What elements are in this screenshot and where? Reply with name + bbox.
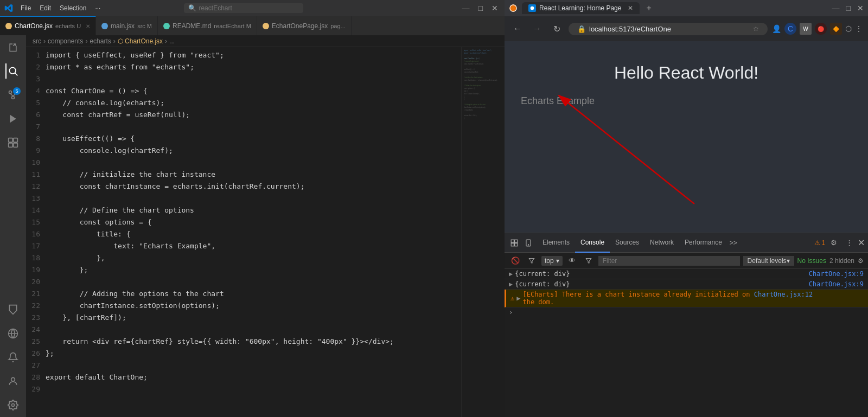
activitybar-git[interactable]: 5 <box>5 87 21 102</box>
activitybar-account[interactable] <box>5 374 21 389</box>
browser-main: Hello React World! Echarts Example <box>505 41 868 417</box>
activitybar-settings[interactable] <box>5 397 21 413</box>
extension-icon4[interactable]: 🔶 <box>830 23 842 35</box>
maximize-btn[interactable]: □ <box>476 4 485 12</box>
devtools-tab-network[interactable]: Network <box>644 233 679 253</box>
code-line-5: // console.log(echarts); <box>46 97 461 109</box>
console-row-2: ▶ {current: div} ChartOne.jsx:9 <box>505 279 868 290</box>
browser-minimize[interactable]: — <box>832 4 840 12</box>
code-line-20 <box>46 276 461 288</box>
code-line-23: }, [chartRef]); <box>46 312 461 324</box>
level-select[interactable]: Default levels▾ <box>743 256 794 266</box>
code-line-7 <box>46 121 461 133</box>
expand-btn-1[interactable]: ▶ <box>509 270 513 278</box>
activitybar-search[interactable] <box>5 63 21 79</box>
browser-close[interactable]: ✕ <box>857 4 864 12</box>
star-icon[interactable]: ☆ <box>753 25 759 33</box>
menu-edit[interactable]: Edit <box>36 3 54 13</box>
tab-chartone[interactable]: ChartOne.jsx echarts U ✕ <box>0 16 96 35</box>
console-input[interactable] <box>515 309 864 316</box>
devtools-icons <box>508 236 535 249</box>
expand-btn-3[interactable]: ▶ <box>516 294 520 302</box>
close-btn[interactable]: ✕ <box>489 4 500 12</box>
svg-rect-19 <box>511 240 514 242</box>
search-input[interactable] <box>199 4 299 12</box>
tab-echartone[interactable]: EchartOnePage.jsx pag... <box>257 16 352 35</box>
hidden-count: 2 hidden <box>829 257 854 265</box>
browser-maximize[interactable]: □ <box>846 4 851 12</box>
code-line-10 <box>46 157 461 169</box>
no-issues-label: No Issues <box>797 257 826 265</box>
echarts-example-label: Echarts Example <box>521 95 595 107</box>
new-tab-btn[interactable]: + <box>644 3 653 13</box>
filter-toggle-btn[interactable] <box>525 254 538 267</box>
console-output[interactable]: ▶ {current: div} ChartOne.jsx:9 ▶ {curre… <box>505 269 868 417</box>
svg-point-0 <box>9 67 16 74</box>
extension-icon5[interactable]: ⬡ <box>845 24 852 33</box>
devtools-more-tabs[interactable]: >> <box>727 237 739 249</box>
row-link-2[interactable]: ChartOne.jsx:9 <box>809 280 864 288</box>
tab-readme[interactable]: README.md reactEchart M <box>158 16 257 35</box>
eye-icon-btn[interactable]: 👁 <box>566 254 579 267</box>
inspect-element-btn[interactable] <box>508 236 521 249</box>
svg-point-13 <box>11 377 15 381</box>
devtools-settings-btn[interactable]: ⚙ <box>827 236 840 249</box>
profile-icon[interactable]: 👤 <box>772 24 781 33</box>
menu-file[interactable]: File <box>17 3 34 13</box>
extension-icon1[interactable]: C <box>784 23 796 35</box>
devtools-tab-performance[interactable]: Performance <box>679 233 727 253</box>
svg-point-16 <box>531 7 534 10</box>
breadcrumb-echarts: echarts <box>90 37 111 45</box>
svg-marker-25 <box>529 258 534 263</box>
extension-icon3[interactable]: 🔴 <box>815 23 827 35</box>
minimap: import { useEffect, useRef } from "react… <box>461 47 505 417</box>
hidden-settings-btn[interactable]: ⚙ <box>858 257 864 265</box>
expand-btn-2[interactable]: ▶ <box>509 280 513 288</box>
devtools-close-btn[interactable]: ✕ <box>858 238 865 248</box>
tab-close[interactable]: ✕ <box>86 23 90 29</box>
tab-subtitle: echarts U <box>55 23 81 29</box>
activitybar-run[interactable] <box>5 111 21 126</box>
more-icon[interactable]: ⋮ <box>855 24 863 33</box>
activitybar-files[interactable] <box>5 40 21 55</box>
browser-titlebar: React Learning: Home Page ✕ + — □ ✕ <box>505 0 868 16</box>
address-bar[interactable]: 🔒 localhost:5173/eChartOne ☆ <box>569 23 768 35</box>
back-btn[interactable]: ← <box>510 21 525 36</box>
menu-selection[interactable]: Selection <box>56 3 90 13</box>
titlebar-search[interactable]: 🔍 <box>184 3 303 13</box>
warning-link[interactable]: ChartOne.jsx:12 <box>754 291 813 298</box>
console-filter-input[interactable] <box>598 256 740 266</box>
activitybar-notifications[interactable] <box>5 350 21 365</box>
code-content-area[interactable]: import { useEffect, useRef } from "react… <box>46 47 461 417</box>
clear-console-btn[interactable]: 🚫 <box>509 254 522 267</box>
minimize-btn[interactable]: — <box>460 4 472 12</box>
activitybar-remote[interactable] <box>5 326 21 341</box>
svg-rect-9 <box>14 138 18 142</box>
browser-tab-close[interactable]: ✕ <box>628 4 633 12</box>
tab-main[interactable]: main.jsx src M <box>96 16 158 35</box>
context-dropdown[interactable]: top ▾ <box>541 256 563 266</box>
svg-line-18 <box>559 95 694 204</box>
devtools-tab-console[interactable]: Console <box>575 233 610 253</box>
forward-btn[interactable]: → <box>529 21 545 36</box>
code-editor[interactable]: src › components › echarts › ⬡ ChartOne.… <box>26 35 505 417</box>
activitybar-testing[interactable] <box>5 302 21 317</box>
refresh-btn[interactable]: ↻ <box>549 21 564 36</box>
devtools-tab-elements[interactable]: Elements <box>537 233 575 253</box>
activitybar-extensions[interactable] <box>5 135 21 150</box>
device-toolbar-btn[interactable] <box>522 236 535 249</box>
row-link-1[interactable]: ChartOne.jsx:9 <box>809 270 864 278</box>
extension-icon2[interactable]: W <box>800 23 812 35</box>
breadcrumb-more: ... <box>169 37 175 45</box>
devtools-tab-sources[interactable]: Sources <box>610 233 644 253</box>
tab-label: main.jsx <box>111 22 135 30</box>
breadcrumb: src › components › echarts › ⬡ ChartOne.… <box>26 35 505 47</box>
alert-badge: ⚠ 1 <box>814 239 825 247</box>
browser-active-tab[interactable]: React Learning: Home Page ✕ <box>522 2 640 14</box>
code-lines-container: 1234567891011121314151617181920212223242… <box>26 47 505 417</box>
svg-marker-26 <box>586 258 591 263</box>
code-line-11: // initialize the chart instance <box>46 169 461 181</box>
titlebar: File Edit Selection ··· 🔍 — □ ✕ <box>0 0 505 16</box>
menu-more[interactable]: ··· <box>92 3 104 13</box>
devtools-dock-btn[interactable]: ⋮ <box>843 236 856 249</box>
